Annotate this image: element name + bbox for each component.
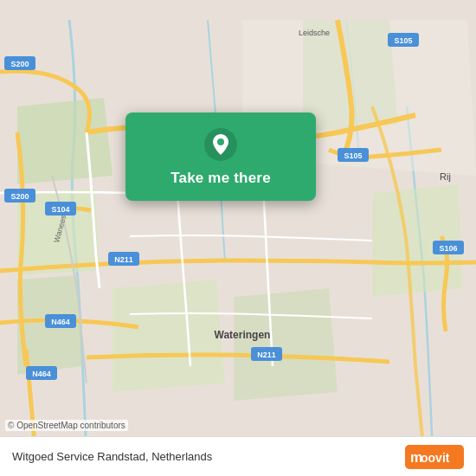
svg-text:N211: N211	[257, 351, 276, 359]
svg-text:S200: S200	[10, 192, 29, 201]
map-svg: S200 S200 S104 S104 S105 S105 S106 N211 …	[0, 0, 476, 476]
svg-text:Rij: Rij	[440, 171, 451, 182]
location-name: Witgoed Service Randstad, Netherlands	[12, 450, 212, 463]
svg-text:Wateringen: Wateringen	[215, 329, 271, 341]
svg-text:N464: N464	[51, 318, 70, 326]
moovit-logo-svg: m oovit	[405, 445, 464, 469]
svg-text:N211: N211	[114, 255, 133, 264]
location-pin-icon	[204, 128, 237, 161]
svg-text:S105: S105	[344, 151, 362, 160]
popup-card[interactable]: Take me there	[125, 113, 316, 201]
moovit-logo: m oovit	[405, 445, 464, 469]
svg-text:S105: S105	[394, 36, 412, 45]
svg-text:S104: S104	[51, 205, 69, 214]
svg-text:S106: S106	[439, 244, 457, 253]
copyright-notice: © OpenStreetMap contributors	[5, 420, 128, 431]
svg-point-36	[217, 138, 224, 145]
svg-text:oovit: oovit	[421, 451, 450, 465]
svg-marker-5	[234, 288, 338, 401]
svg-marker-1	[17, 98, 113, 184]
svg-text:N464: N464	[32, 370, 51, 378]
svg-text:S200: S200	[10, 60, 29, 68]
take-me-there-button[interactable]: Take me there	[170, 170, 271, 187]
svg-marker-4	[113, 280, 225, 392]
map-container: S200 S200 S104 S104 S105 S105 S106 N211 …	[0, 0, 476, 476]
svg-text:Leidsche: Leidsche	[299, 29, 330, 37]
bottom-bar: Witgoed Service Randstad, Netherlands m …	[0, 436, 476, 476]
